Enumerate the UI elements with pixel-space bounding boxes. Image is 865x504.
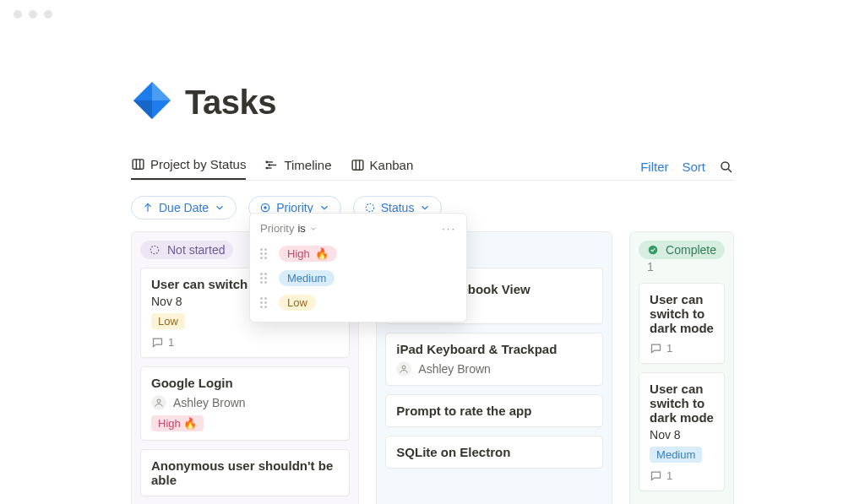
chevron-down-icon xyxy=(309,225,318,233)
column-header-not-started[interactable]: Not started xyxy=(140,241,233,259)
tab-timeline[interactable]: Timeline xyxy=(264,154,331,179)
status-complete-icon xyxy=(647,244,659,256)
sort-button[interactable]: Sort xyxy=(682,160,705,174)
card-title: SQLite on Electron xyxy=(396,445,592,459)
tab-kanban[interactable]: Kanban xyxy=(351,154,414,179)
card-title: iPad Keyboard & Trackpad xyxy=(396,342,592,356)
comment-count: 1 xyxy=(666,469,672,482)
comment-count: 1 xyxy=(168,336,174,349)
svg-rect-3 xyxy=(133,160,144,169)
svg-point-24 xyxy=(649,246,658,255)
card-date: Nov 8 xyxy=(650,428,714,442)
svg-point-10 xyxy=(269,165,269,165)
task-card[interactable]: SQLite on Electron xyxy=(385,436,603,469)
views-tab-bar: Project by Status Timeline Kanban Filter… xyxy=(131,154,734,181)
svg-point-20 xyxy=(366,203,373,211)
tab-label: Project by Status xyxy=(150,157,246,171)
svg-point-9 xyxy=(267,161,268,162)
chip-due-date[interactable]: Due Date xyxy=(131,196,237,219)
tab-label: Timeline xyxy=(284,158,331,172)
column-label: Not started xyxy=(167,243,225,257)
card-comments[interactable]: 1 xyxy=(650,469,714,482)
chip-label: Due Date xyxy=(159,201,209,214)
svg-point-22 xyxy=(157,399,160,403)
column-label: Complete xyxy=(666,243,716,257)
page-title: Tasks xyxy=(185,84,276,122)
task-card[interactable]: User can switch to dark mode 1 xyxy=(639,283,725,364)
drag-handle-icon[interactable] xyxy=(260,248,270,259)
svg-point-15 xyxy=(721,162,729,170)
popover-more-icon[interactable]: ··· xyxy=(442,222,456,235)
priority-filter-popover: Priority is ··· High 🔥 Medium Low xyxy=(249,213,467,322)
priority-tag-low: Low xyxy=(151,313,185,329)
priority-pill-medium: Medium xyxy=(279,270,335,286)
column-complete: Complete 1 User can switch to dark mode … xyxy=(629,231,734,504)
popover-item-high[interactable]: High 🔥 xyxy=(260,241,456,266)
status-notstarted-icon xyxy=(149,244,160,256)
priority-tag-high: High 🔥 xyxy=(151,415,204,431)
column-count: 1 xyxy=(647,260,654,274)
task-card[interactable]: iPad Keyboard & Trackpad Ashley Brown xyxy=(385,333,603,386)
avatar-icon xyxy=(151,395,166,410)
window-traffic-lights xyxy=(0,0,865,29)
card-comments[interactable]: 1 xyxy=(151,336,339,349)
priority-pill-low: Low xyxy=(279,295,316,311)
svg-point-19 xyxy=(264,207,266,209)
search-icon[interactable] xyxy=(719,160,734,175)
column-header-complete[interactable]: Complete xyxy=(639,241,725,259)
svg-point-23 xyxy=(402,366,405,369)
svg-point-11 xyxy=(267,167,268,168)
filter-button[interactable]: Filter xyxy=(640,160,668,174)
card-title: Anonymous user shouldn't be able xyxy=(151,458,339,487)
assignee-name: Ashley Brown xyxy=(418,362,491,376)
comment-count: 1 xyxy=(666,342,672,355)
drag-handle-icon[interactable] xyxy=(260,273,270,284)
card-comments[interactable]: 1 xyxy=(650,342,714,355)
svg-marker-1 xyxy=(152,82,171,100)
task-card[interactable]: Prompt to rate the app xyxy=(385,394,603,427)
card-title: User can switch to dark mode xyxy=(650,292,714,335)
card-assignee: Ashley Brown xyxy=(151,395,339,410)
fire-icon: 🔥 xyxy=(183,417,197,430)
card-title: User can switch to dark mode xyxy=(650,382,714,425)
svg-point-21 xyxy=(150,246,158,253)
svg-rect-12 xyxy=(352,160,363,170)
page-emoji-diamond-icon xyxy=(131,79,173,125)
priority-tag-medium: Medium xyxy=(650,447,702,463)
fire-icon: 🔥 xyxy=(315,247,329,260)
popover-property: Priority xyxy=(260,222,294,235)
priority-pill-high: High 🔥 xyxy=(279,246,337,262)
comment-icon xyxy=(650,469,662,482)
chevron-down-icon xyxy=(214,202,226,214)
comment-icon xyxy=(151,336,164,349)
page-title-row: Tasks xyxy=(131,79,734,125)
chevron-down-icon xyxy=(318,202,330,214)
task-card[interactable]: User can switch to dark mode Nov 8 Mediu… xyxy=(639,372,725,491)
tab-project-by-status[interactable]: Project by Status xyxy=(131,154,246,180)
drag-handle-icon[interactable] xyxy=(260,297,270,308)
popover-item-low[interactable]: Low xyxy=(260,290,456,315)
task-card[interactable]: Google Login Ashley Brown High 🔥 xyxy=(140,366,350,441)
svg-marker-2 xyxy=(133,100,152,119)
comment-icon xyxy=(650,342,662,355)
popover-item-medium[interactable]: Medium xyxy=(260,266,456,290)
card-title: Prompt to rate the app xyxy=(396,404,592,418)
tab-label: Kanban xyxy=(370,158,414,172)
task-card[interactable]: Anonymous user shouldn't be able xyxy=(140,449,350,496)
svg-line-16 xyxy=(728,169,732,172)
avatar-icon xyxy=(396,361,411,377)
chevron-down-icon xyxy=(419,202,431,214)
popover-verb[interactable]: is xyxy=(297,222,305,235)
card-title: Google Login xyxy=(151,376,339,390)
assignee-name: Ashley Brown xyxy=(173,396,246,409)
card-assignee: Ashley Brown xyxy=(396,361,592,377)
